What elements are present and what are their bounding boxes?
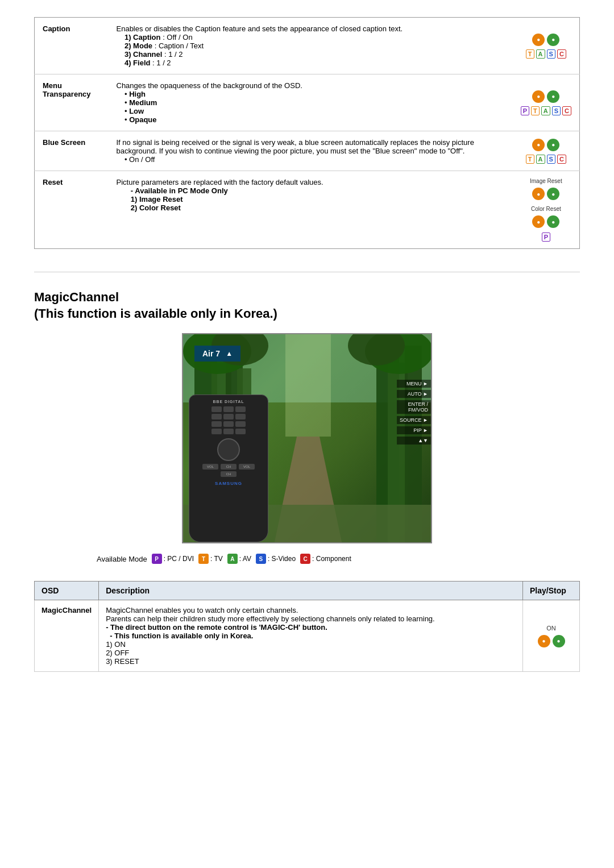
- badge-a2: A: [541, 106, 550, 115]
- menu-transparency-description: Changes the opaqueness of the background…: [109, 74, 513, 131]
- remote-dpad: [217, 438, 240, 461]
- tv-screen: Air 7 ▲ MENU ► AUTO ► ENTER /FM/VOD SOUR…: [183, 334, 431, 542]
- blue-screen-icons: ● ● T A S C: [513, 131, 580, 171]
- remote-btn-3: [235, 406, 246, 412]
- remote-vol-ch-row: VOL CH VOL: [202, 464, 255, 470]
- menu-transparency-icons: ● ● P T A S C: [513, 74, 580, 131]
- on-label: ON: [546, 625, 556, 632]
- tv-image-container: Air 7 ▲ MENU ► AUTO ► ENTER /FM/VOD SOUR…: [34, 333, 580, 543]
- remote-btn-9: [235, 421, 246, 427]
- circle-icon-green5: ●: [547, 215, 559, 228]
- badge-c2: C: [562, 106, 571, 115]
- badge-a3: A: [536, 155, 545, 164]
- remote-btn-4: [211, 414, 222, 420]
- mode-svideo: S : S-Video: [256, 554, 296, 564]
- magic-channel-heading: MagicChannel (This function is available…: [34, 289, 580, 322]
- circle-icon-orange: ●: [532, 34, 545, 46]
- remote-ch2-row: CH: [221, 471, 237, 477]
- image-reset-label: Image Reset: [530, 178, 562, 184]
- osd-table-header-row: OSD Description Play/Stop: [35, 582, 580, 600]
- remote-btn-0c: [235, 429, 246, 434]
- table-row-blue-screen: Blue Screen If no signal is being receiv…: [35, 131, 580, 171]
- feature-table: Caption Enables or disables the Caption …: [34, 17, 580, 249]
- osd-table-row-magic: MagicChannel MagicChannel enables you to…: [35, 600, 580, 672]
- table-row-caption: Caption Enables or disables the Caption …: [35, 18, 580, 74]
- magic-channel-title: MagicChannel (This function is available…: [34, 289, 580, 322]
- osd-col-header: OSD: [35, 582, 99, 600]
- badge-p2: P: [542, 232, 550, 242]
- osd-table: OSD Description Play/Stop MagicChannel M…: [34, 581, 580, 672]
- osd-magic-channel-description: MagicChannel enables you to watch only c…: [99, 600, 523, 672]
- badge-s: S: [547, 49, 555, 59]
- mode-tv: T : TV: [198, 554, 223, 564]
- circle-play-orange: ●: [538, 635, 550, 647]
- tv-label-menu: MENU ►: [397, 380, 431, 388]
- tv-label-arrows: ▲▼: [397, 437, 431, 445]
- remote-btn-8: [223, 421, 234, 427]
- mode-tv-label: : TV: [210, 555, 223, 563]
- remote-vol2-label: VOL: [239, 464, 255, 470]
- svg-rect-10: [285, 334, 331, 437]
- playstop-col-header: Play/Stop: [523, 582, 580, 600]
- circle-icon-green2: ●: [547, 90, 559, 103]
- reset-description: Picture parameters are replaced with the…: [109, 171, 513, 249]
- remote-btn-2: [223, 406, 234, 412]
- mode-svideo-label: : S-Video: [268, 555, 296, 563]
- remote-btn-7: [211, 421, 222, 427]
- remote-ch-label: CH: [221, 464, 237, 470]
- available-mode-row: Available Mode P : PC / DVI T : TV A : A…: [34, 554, 580, 564]
- badge-t: T: [526, 49, 534, 59]
- mode-av: A : AV: [227, 554, 251, 564]
- remote-vol-label: VOL: [202, 464, 218, 470]
- mode-badge-c: C: [300, 554, 310, 564]
- reset-label: Reset: [35, 171, 109, 249]
- circle-icon-orange5: ●: [532, 215, 545, 228]
- badge-p: P: [521, 106, 529, 115]
- tv-frame: Air 7 ▲ MENU ► AUTO ► ENTER /FM/VOD SOUR…: [182, 333, 432, 543]
- tv-label-auto: AUTO ►: [397, 390, 431, 398]
- mode-component-label: : Component: [312, 555, 351, 563]
- tv-label-enter: ENTER /FM/VOD: [397, 400, 431, 414]
- tv-right-labels: MENU ► AUTO ► ENTER /FM/VOD SOURCE ► PIP…: [397, 380, 431, 445]
- remote-number-buttons: [211, 406, 246, 434]
- table-row-menu-transparency: MenuTransparency Changes the opaqueness …: [35, 74, 580, 131]
- blue-screen-description: If no signal is being received or the si…: [109, 131, 513, 171]
- available-mode-label: Available Mode: [97, 555, 147, 563]
- osd-magic-playstop: ON ● ●: [523, 600, 580, 672]
- caption-description: Enables or disables the Caption feature …: [109, 18, 513, 74]
- badge-s2: S: [552, 106, 561, 115]
- reset-icons: Image Reset ● ● Color Reset ● ● P: [513, 171, 580, 249]
- tv-label-source: SOURCE ►: [397, 416, 431, 424]
- mode-pc-dvi-label: : PC / DVI: [164, 555, 194, 563]
- circle-play-green: ●: [553, 635, 565, 647]
- badge-a: A: [536, 49, 545, 59]
- color-reset-label: Color Reset: [531, 206, 561, 212]
- badge-t3: T: [526, 155, 534, 164]
- badge-t2: T: [531, 106, 540, 115]
- remote-ch2-label: CH: [221, 471, 237, 477]
- mode-component: C : Component: [300, 554, 351, 564]
- tv-label-pip: PIP ►: [397, 426, 431, 434]
- badge-s3: S: [547, 155, 555, 164]
- samsung-logo: SAMSUNG: [215, 481, 242, 486]
- circle-icon-orange2: ●: [532, 90, 545, 103]
- remote-btn-0a: [211, 429, 222, 434]
- remote-brand-top: BBE DIGITAL: [213, 400, 244, 404]
- mode-badge-a: A: [227, 554, 238, 564]
- circle-icon-orange3: ●: [532, 139, 545, 151]
- tv-signal-icon: ▲: [226, 350, 233, 358]
- remote-btn-0b: [223, 429, 234, 434]
- circle-icon-green3: ●: [547, 139, 559, 151]
- remote-control: BBE DIGITAL: [189, 394, 268, 542]
- blue-screen-label: Blue Screen: [35, 131, 109, 171]
- description-col-header: Description: [99, 582, 523, 600]
- circle-icon-green: ●: [547, 34, 559, 46]
- section-divider: [34, 272, 580, 272]
- badge-c3: C: [557, 155, 566, 164]
- mode-badge-t: T: [198, 554, 209, 564]
- badge-c: C: [557, 49, 566, 59]
- remote-btn-1: [211, 406, 222, 412]
- remote-btn-5: [223, 414, 234, 420]
- table-row-reset: Reset Picture parameters are replaced wi…: [35, 171, 580, 249]
- menu-transparency-label: MenuTransparency: [35, 74, 109, 131]
